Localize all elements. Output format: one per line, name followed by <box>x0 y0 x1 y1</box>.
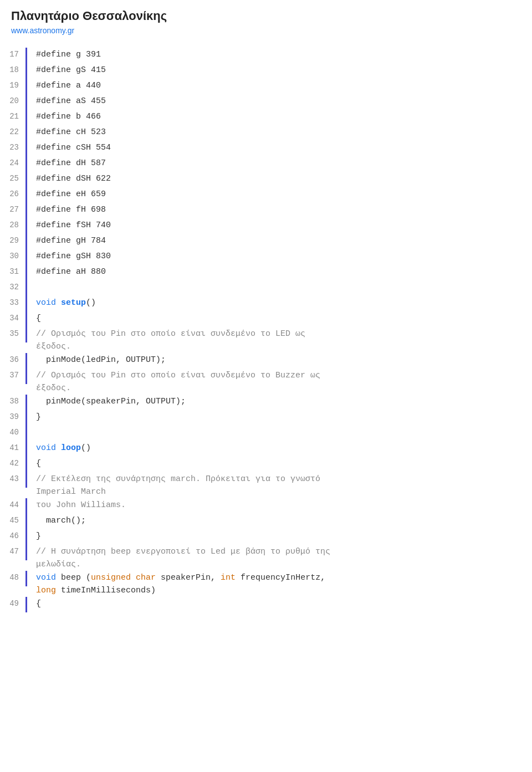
line-num-45: 45 <box>6 514 25 526</box>
line-content-33: void setup() <box>36 296 526 310</box>
code-line-29: 29 #define gH 784 <box>6 234 526 249</box>
line-num-32: 32 <box>6 280 25 293</box>
site-url[interactable]: www.astronomy.gr <box>11 26 74 35</box>
code-line-18: 18 #define gS 415 <box>6 63 526 79</box>
code-line-20: 20 #define aS 455 <box>6 94 526 110</box>
line-content-40 <box>36 426 526 427</box>
code-line-36: 36 pinMode(ledPin, OUTPUT); <box>6 353 526 369</box>
code-line-43: 43 // Εκτέλεση της συνάρτησης march. Πρό… <box>6 472 526 498</box>
line-num-40: 40 <box>6 426 25 438</box>
line-sep-30 <box>25 249 27 265</box>
line-sep-24 <box>25 156 27 172</box>
line-num-30: 30 <box>6 249 25 262</box>
code-line-17: 17 #define g 391 <box>6 48 526 63</box>
line-num-26: 26 <box>6 187 25 200</box>
line-sep-48 <box>25 571 27 586</box>
line-num-36: 36 <box>6 353 25 366</box>
code-line-26: 26 #define eH 659 <box>6 187 526 203</box>
line-sep-37 <box>25 369 27 384</box>
line-content-35: // Ορισμός του Pin στο οποίο είναι συνδε… <box>36 327 526 353</box>
line-content-27: #define fH 698 <box>36 203 526 217</box>
line-sep-22 <box>25 125 27 141</box>
line-sep-33 <box>25 296 27 311</box>
code-line-40: 40 <box>6 426 526 441</box>
code-line-27: 27 #define fH 698 <box>6 203 526 218</box>
line-sep-44 <box>25 498 27 514</box>
line-sep-19 <box>25 79 27 94</box>
line-sep-28 <box>25 218 27 234</box>
line-sep-18 <box>25 63 27 79</box>
code-line-46: 46 } <box>6 529 526 545</box>
code-line-47: 47 // Η συνάρτηση beep ενεργοποιεί το Le… <box>6 545 526 571</box>
line-content-37: // Ορισμός του Pin στο οποίο είναι συνδε… <box>36 369 526 395</box>
line-sep-41 <box>25 441 27 457</box>
line-num-44: 44 <box>6 498 25 511</box>
code-line-49: 49 { <box>6 597 526 612</box>
line-sep-20 <box>25 94 27 110</box>
line-content-17: #define g 391 <box>36 48 526 62</box>
line-content-19: #define a 440 <box>36 79 526 93</box>
line-sep-25 <box>25 172 27 187</box>
line-sep-21 <box>25 110 27 125</box>
site-title: Πλανητάριο Θεσσαλονίκης <box>11 9 521 23</box>
line-num-25: 25 <box>6 172 25 185</box>
line-num-27: 27 <box>6 203 25 216</box>
line-num-31: 31 <box>6 265 25 278</box>
line-content-22: #define cH 523 <box>36 125 526 139</box>
line-num-29: 29 <box>6 234 25 247</box>
line-content-48: void beep (unsigned char speakerPin, int… <box>36 571 526 597</box>
code-line-30: 30 #define gSH 830 <box>6 249 526 265</box>
page-header: Πλανητάριο Θεσσαλονίκης www.astronomy.gr <box>0 0 532 39</box>
line-sep-26 <box>25 187 27 203</box>
line-num-41: 41 <box>6 441 25 454</box>
line-content-38: pinMode(speakerPin, OUTPUT); <box>36 395 526 408</box>
line-num-24: 24 <box>6 156 25 169</box>
line-num-46: 46 <box>6 529 25 542</box>
line-content-34: { <box>36 311 526 325</box>
line-num-43: 43 <box>6 472 25 485</box>
line-num-17: 17 <box>6 48 25 60</box>
line-num-23: 23 <box>6 141 25 154</box>
line-num-21: 21 <box>6 110 25 122</box>
line-sep-40 <box>25 426 27 441</box>
line-sep-32 <box>25 280 27 296</box>
line-sep-34 <box>25 311 27 327</box>
code-line-38: 38 pinMode(speakerPin, OUTPUT); <box>6 395 526 410</box>
line-content-24: #define dH 587 <box>36 156 526 170</box>
line-content-49: { <box>36 597 526 611</box>
line-num-18: 18 <box>6 63 25 76</box>
line-content-32 <box>36 280 526 282</box>
code-line-31: 31 #define aH 880 <box>6 265 526 280</box>
code-line-32: 32 <box>6 280 526 296</box>
code-line-23: 23 #define cSH 554 <box>6 141 526 156</box>
code-line-39: 39 } <box>6 410 526 426</box>
line-sep-38 <box>25 395 27 410</box>
line-num-42: 42 <box>6 457 25 469</box>
line-sep-17 <box>25 48 27 63</box>
code-line-35: 35 // Ορισμός του Pin στο οποίο είναι συ… <box>6 327 526 353</box>
code-line-48: 48 void beep (unsigned char speakerPin, … <box>6 571 526 597</box>
line-content-30: #define gSH 830 <box>36 249 526 263</box>
line-content-47: // Η συνάρτηση beep ενεργοποιεί το Led μ… <box>36 545 526 571</box>
line-num-20: 20 <box>6 94 25 107</box>
line-content-18: #define gS 415 <box>36 63 526 77</box>
line-sep-45 <box>25 514 27 529</box>
line-num-22: 22 <box>6 125 25 138</box>
line-num-49: 49 <box>6 597 25 610</box>
line-content-29: #define gH 784 <box>36 234 526 248</box>
line-content-36: pinMode(ledPin, OUTPUT); <box>36 353 526 367</box>
line-content-46: } <box>36 529 526 543</box>
line-content-42: { <box>36 457 526 471</box>
line-sep-49 <box>25 597 27 612</box>
code-line-33: 33 void setup() <box>6 296 526 311</box>
code-line-42: 42 { <box>6 457 526 472</box>
code-line-21: 21 #define b 466 <box>6 110 526 125</box>
code-line-45: 45 march(); <box>6 514 526 529</box>
line-content-25: #define dSH 622 <box>36 172 526 186</box>
line-sep-46 <box>25 529 27 545</box>
line-num-39: 39 <box>6 410 25 423</box>
line-num-35: 35 <box>6 327 25 340</box>
line-content-43: // Εκτέλεση της συνάρτησης march. Πρόκει… <box>36 472 526 498</box>
line-num-48: 48 <box>6 571 25 584</box>
line-num-33: 33 <box>6 296 25 309</box>
